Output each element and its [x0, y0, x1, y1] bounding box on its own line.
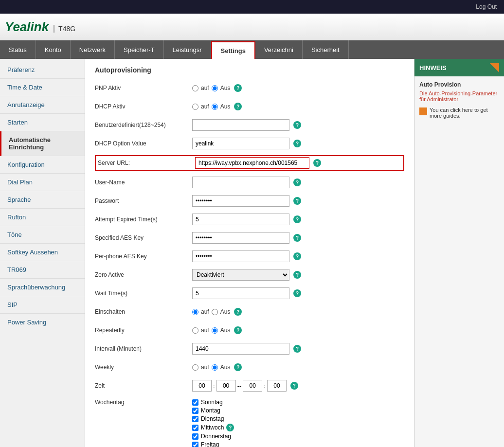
zeit-help-icon[interactable]: ?	[290, 382, 298, 390]
dhcp-option-help-icon[interactable]: ?	[293, 140, 301, 147]
dienstag-row: Dienstag	[192, 415, 234, 422]
tab-konto[interactable]: Konto	[36, 40, 71, 59]
sidebar-item-starten[interactable]: Starten	[0, 114, 85, 131]
zeit-m2-input[interactable]	[267, 380, 287, 392]
einschalten-help-icon[interactable]: ?	[234, 308, 242, 316]
server-url-input[interactable]	[195, 157, 309, 169]
einschalten-auf-radio[interactable]	[192, 309, 198, 315]
attempt-input[interactable]	[192, 214, 289, 225]
dhcp-option-row: DHCP Option Value ?	[95, 137, 404, 150]
passwort-input[interactable]	[192, 195, 289, 207]
repeatedly-radio-group: auf Aus	[192, 327, 230, 334]
passwort-help-icon[interactable]: ?	[293, 197, 301, 205]
montag-checkbox[interactable]	[192, 408, 198, 414]
zero-active-help-icon[interactable]: ?	[293, 271, 301, 279]
per-phone-help-icon[interactable]: ?	[293, 252, 301, 260]
zeit-h2-input[interactable]	[243, 380, 262, 392]
aes-key-input[interactable]	[192, 232, 289, 244]
panel-link-text[interactable]: You can click here to get more guides.	[430, 107, 499, 119]
attempt-help-icon[interactable]: ?	[293, 215, 301, 223]
freitag-checkbox[interactable]	[192, 442, 198, 447]
sidebar-item-tone[interactable]: Töne	[0, 226, 85, 244]
sidebar-item-anrufanzeige[interactable]: Anrufanzeige	[0, 96, 85, 114]
zeit-m1-input[interactable]	[216, 380, 236, 392]
sidebar: Präferenz Time & Date Anrufanzeige Start…	[0, 59, 85, 447]
tab-sicherheit[interactable]: Sicherheit	[303, 40, 349, 59]
zeit-inputs: : -- :	[192, 380, 287, 392]
repeatedly-help-icon[interactable]: ?	[234, 326, 242, 334]
sidebar-item-dial-plan[interactable]: Dial Plan	[0, 174, 85, 191]
panel-link: You can click here to get more guides.	[419, 107, 499, 119]
benutzerdefiniert-input[interactable]	[192, 119, 289, 131]
weekly-auf-radio[interactable]	[192, 364, 198, 371]
intervall-label: Intervall (Minuten)	[95, 345, 192, 352]
tab-status[interactable]: Status	[0, 40, 36, 59]
username-help-icon[interactable]: ?	[293, 179, 301, 186]
benutzerdefiniert-help-icon[interactable]: ?	[293, 121, 301, 129]
sonntag-checkbox[interactable]	[192, 399, 198, 406]
sidebar-item-tr069[interactable]: TR069	[0, 261, 85, 279]
tab-leistung[interactable]: Leistungsr	[164, 40, 211, 59]
wait-time-input[interactable]	[192, 287, 289, 299]
username-input[interactable]	[192, 177, 289, 188]
zero-active-control: Deaktiviert Aktiviert ?	[192, 269, 404, 281]
repeatedly-label: Repeatedly	[95, 327, 192, 334]
freitag-row: Freitag	[192, 441, 234, 447]
aes-key-help-icon[interactable]: ?	[293, 234, 301, 242]
dhcp-aus-radio[interactable]	[212, 104, 218, 110]
tab-netzwerk[interactable]: Netzwerk	[71, 40, 115, 59]
main-content: Autoprovisioning PNP Aktiv auf Aus ? DHC…	[85, 59, 414, 447]
dhcp-option-control: ?	[192, 138, 404, 149]
dienstag-checkbox[interactable]	[192, 416, 198, 422]
server-url-help-icon[interactable]: ?	[313, 159, 321, 167]
mittwoch-row: Mittwoch ?	[192, 424, 234, 431]
dhcp-auf-label: auf	[201, 103, 209, 110]
weekly-aus-radio[interactable]	[212, 364, 218, 371]
sidebar-item-praferenz[interactable]: Präferenz	[0, 61, 85, 79]
tab-verzeichnis[interactable]: Verzeichni	[255, 40, 303, 59]
einschalten-aus-radio[interactable]	[212, 309, 218, 315]
mittwoch-checkbox[interactable]	[192, 425, 198, 431]
tab-speicher[interactable]: Speicher-T	[115, 40, 164, 59]
dhcp-help-icon[interactable]: ?	[234, 103, 242, 110]
sidebar-item-softkey[interactable]: Softkey Aussehen	[0, 244, 85, 261]
repeatedly-auf-radio[interactable]	[192, 327, 198, 334]
zeit-h1-input[interactable]	[192, 380, 212, 392]
dhcp-label: DHCP Aktiv	[95, 103, 192, 110]
logout-link[interactable]: Log Out	[476, 3, 497, 10]
pnp-help-icon[interactable]: ?	[234, 84, 242, 92]
wochentag-help-icon[interactable]: ?	[226, 424, 234, 431]
pnp-aus-radio[interactable]	[212, 85, 218, 91]
per-phone-label: Per-phone AES Key	[95, 253, 192, 260]
dhcp-row: DHCP Aktiv auf Aus ?	[95, 100, 404, 113]
dhcp-auf-radio[interactable]	[192, 104, 198, 110]
sidebar-item-sip[interactable]: SIP	[0, 296, 85, 314]
sidebar-item-sprachuberwachung[interactable]: Sprachüberwachung	[0, 279, 85, 296]
dhcp-control: auf Aus ?	[192, 103, 404, 110]
repeatedly-aus-label: Aus	[220, 327, 231, 334]
username-label: User-Name	[95, 179, 192, 186]
sidebar-item-sprache[interactable]: Sprache	[0, 191, 85, 209]
sidebar-item-rufton[interactable]: Rufton	[0, 209, 85, 226]
weekly-aus-label: Aus	[220, 364, 231, 371]
per-phone-input[interactable]	[192, 250, 289, 262]
intervall-input[interactable]	[192, 343, 289, 355]
wait-time-help-icon[interactable]: ?	[293, 289, 301, 297]
dienstag-label: Dienstag	[201, 415, 224, 422]
sidebar-item-konfiguration[interactable]: Konfiguration	[0, 156, 85, 174]
weekly-help-icon[interactable]: ?	[234, 363, 242, 371]
aes-key-control: ?	[192, 232, 404, 244]
tab-settings[interactable]: Settings	[211, 41, 255, 59]
intervall-help-icon[interactable]: ?	[293, 345, 301, 353]
mittwoch-label: Mittwoch	[201, 424, 224, 431]
pnp-auf-radio[interactable]	[192, 85, 198, 91]
sidebar-item-power-saving[interactable]: Power Saving	[0, 314, 85, 331]
attempt-label: Attempt Expired Time(s)	[95, 216, 192, 223]
repeatedly-aus-radio[interactable]	[212, 327, 218, 334]
sidebar-item-time-date[interactable]: Time & Date	[0, 79, 85, 96]
zero-active-select[interactable]: Deaktiviert Aktiviert	[192, 269, 289, 281]
donnerstag-checkbox[interactable]	[192, 433, 198, 440]
dhcp-option-input[interactable]	[192, 138, 289, 149]
dhcp-option-label: DHCP Option Value	[95, 140, 192, 147]
sidebar-item-automatische[interactable]: Automatische Einrichtung	[0, 131, 85, 156]
